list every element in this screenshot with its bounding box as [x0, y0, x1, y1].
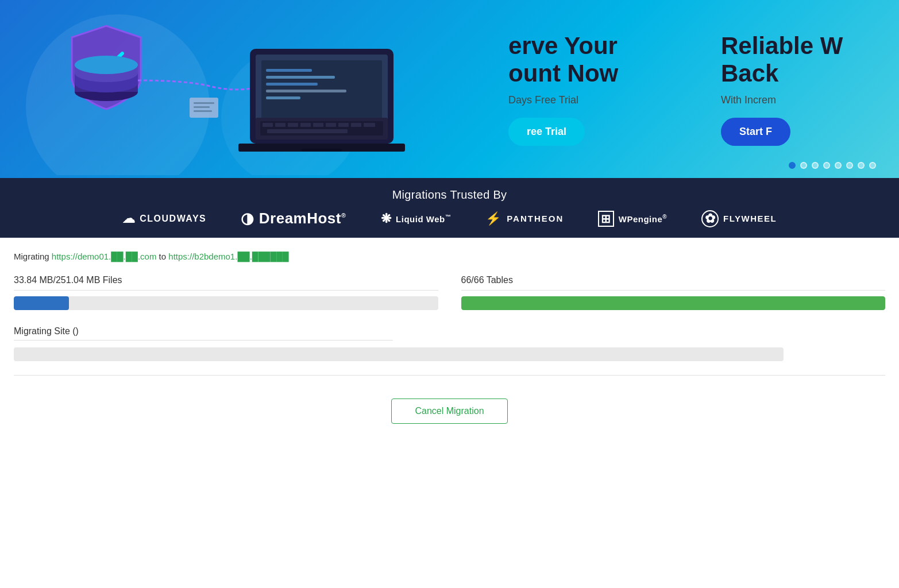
migration-status: Migrating https://demo01.██.██.com to ht…: [0, 238, 899, 452]
svg-rect-34: [194, 106, 210, 108]
tables-label: 66/66 Tables: [461, 275, 886, 285]
migrating-site-section: Migrating Site (): [14, 326, 885, 361]
pantheon-label: PANTHEON: [507, 214, 564, 223]
logo-liquidweb: ❋ Liquid Web™: [381, 211, 452, 226]
flywheel-icon: ✿: [701, 210, 719, 227]
svg-rect-30: [364, 123, 375, 127]
logo-wpengine: ⊞ WPengine®: [598, 211, 667, 227]
hero-subtext-2: With Increm: [721, 94, 888, 106]
carousel-dots: [789, 162, 876, 169]
liquidweb-label: Liquid Web™: [396, 214, 451, 224]
carousel-dot-1[interactable]: [800, 162, 807, 169]
hero-subtext-1: Days Free Trial: [508, 94, 675, 106]
carousel-dot-4[interactable]: [835, 162, 842, 169]
svg-point-9: [75, 56, 138, 74]
migration-url-to: to: [156, 252, 168, 261]
dreamhost-label: DreamHost®: [259, 210, 346, 227]
svg-rect-27: [326, 123, 336, 127]
carousel-dot-7[interactable]: [869, 162, 876, 169]
svg-rect-14: [266, 76, 335, 79]
carousel-dot-2[interactable]: [812, 162, 819, 169]
carousel-dot-6[interactable]: [858, 162, 865, 169]
dreamhost-icon: ◑: [241, 210, 254, 227]
migrating-site-label: Migrating Site (): [14, 326, 885, 336]
migration-grid: 33.84 MB/251.04 MB Files 66/66 Tables: [14, 275, 885, 310]
svg-rect-13: [266, 69, 312, 72]
files-progress-bar-fill: [14, 296, 69, 310]
svg-rect-23: [275, 123, 285, 127]
separator: [14, 375, 885, 376]
tables-progress-section: 66/66 Tables: [461, 275, 886, 310]
files-progress-section: 33.84 MB/251.04 MB Files: [14, 275, 438, 310]
trusted-title: Migrations Trusted By: [392, 188, 507, 202]
carousel-dot-3[interactable]: [823, 162, 830, 169]
svg-rect-17: [266, 96, 300, 99]
svg-rect-35: [194, 110, 212, 112]
cancel-migration-button[interactable]: Cancel Migration: [391, 399, 507, 424]
logo-dreamhost: ◑ DreamHost®: [241, 210, 346, 227]
wpengine-label: WPengine®: [619, 214, 667, 224]
files-label: 33.84 MB/251.04 MB Files: [14, 275, 438, 285]
svg-rect-33: [194, 102, 214, 104]
logo-pantheon: ⚡ PANTHEON: [485, 211, 564, 226]
svg-rect-24: [288, 123, 298, 127]
trusted-logos: ☁ CLOUDWAYS ◑ DreamHost® ❋ Liquid Web™ ⚡…: [23, 210, 876, 227]
svg-rect-31: [267, 129, 348, 133]
svg-rect-22: [263, 123, 273, 127]
svg-rect-25: [300, 123, 311, 127]
flywheel-label: FLYWHEEL: [723, 214, 777, 223]
start-button[interactable]: Start F: [721, 118, 790, 146]
hero-text-area: erve Your ount Now Days Free Trial ree T…: [497, 0, 899, 178]
carousel-dot-0[interactable]: [789, 162, 796, 169]
logo-cloudways: ☁ CLOUDWAYS: [122, 211, 207, 226]
migration-url-line: Migrating https://demo01.██.██.com to ht…: [14, 252, 885, 261]
cloudways-icon: ☁: [122, 211, 136, 226]
wpengine-icon: ⊞: [598, 211, 614, 227]
files-progress-bar-container: [14, 296, 438, 310]
svg-rect-16: [266, 90, 346, 92]
free-trial-button[interactable]: ree Trial: [508, 118, 585, 146]
migration-url-prefix: Migrating: [14, 252, 52, 261]
tables-underline: [461, 290, 886, 291]
migrating-site-progress-container: [14, 347, 784, 361]
hero-heading-2: Reliable W Back: [721, 32, 888, 88]
carousel-dot-5[interactable]: [846, 162, 853, 169]
cancel-area: Cancel Migration: [14, 387, 885, 441]
hero-heading-1: erve Your ount Now: [508, 32, 675, 88]
hero-col-2: Reliable W Back With Increm Start F: [709, 0, 899, 178]
hero-col-1: erve Your ount Now Days Free Trial ree T…: [497, 0, 686, 178]
source-url-link[interactable]: https://demo01.██.██.com: [52, 252, 157, 261]
tables-progress-bar-fill: [461, 296, 886, 310]
liquidweb-icon: ❋: [381, 211, 392, 226]
hero-illustration: [0, 0, 500, 178]
files-underline: [14, 290, 438, 291]
cloudways-label: CLOUDWAYS: [140, 214, 206, 224]
logo-flywheel: ✿ FLYWHEEL: [701, 210, 777, 227]
svg-rect-29: [351, 123, 361, 127]
tables-progress-bar-container: [461, 296, 886, 310]
svg-rect-19: [302, 149, 342, 152]
pantheon-icon: ⚡: [485, 211, 502, 226]
hero-banner: erve Your ount Now Days Free Trial ree T…: [0, 0, 899, 178]
svg-rect-26: [313, 123, 323, 127]
svg-rect-15: [266, 83, 318, 86]
migrating-site-underline: [14, 340, 393, 341]
trusted-bar: Migrations Trusted By ☁ CLOUDWAYS ◑ Drea…: [0, 178, 899, 238]
svg-rect-28: [338, 123, 349, 127]
dest-url-link[interactable]: https://b2bdemo1.██.██████: [168, 252, 288, 261]
